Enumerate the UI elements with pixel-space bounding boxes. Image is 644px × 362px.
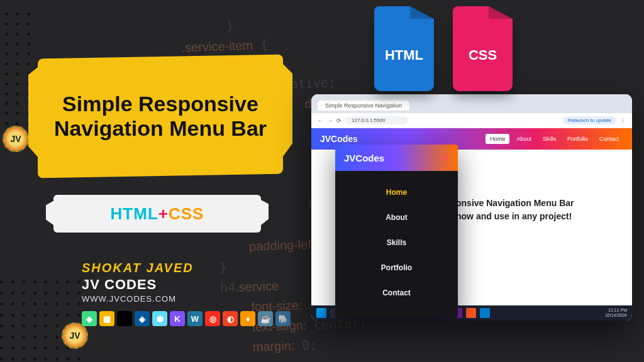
- nav-item-home[interactable]: Home: [486, 134, 509, 144]
- white-brush-bg: HTML+CSS: [53, 195, 261, 233]
- taskbar-app-icon[interactable]: [480, 308, 490, 318]
- brand-name: JV CODES: [82, 277, 194, 293]
- file-badges: HTML CSS: [374, 19, 513, 91]
- author-name: SHOKAT JAVED: [82, 261, 194, 275]
- close-icon[interactable]: ✕: [441, 152, 449, 164]
- mobile-item-home[interactable]: Home: [335, 180, 458, 205]
- tech-label: HTML+CSS: [111, 204, 204, 224]
- mobile-item-portfolio[interactable]: Portfolio: [335, 255, 458, 280]
- mobile-menu-logo[interactable]: JVCodes: [344, 153, 384, 163]
- mobile-menu-items: Home About Skills Portfolio Contact: [335, 171, 458, 318]
- hero-text: onsive Navigation Menu Bar now and use i…: [456, 197, 574, 223]
- mobile-item-about[interactable]: About: [335, 205, 458, 230]
- nav-item-contact[interactable]: Contact: [595, 134, 623, 144]
- back-icon[interactable]: ←: [318, 118, 323, 124]
- css-file-icon: CSS: [453, 19, 513, 91]
- main-title: Simple Responsive Navigation Menu Bar: [38, 57, 283, 176]
- credits-block: SHOKAT JAVED JV CODES WWW.JVCODES.COM: [82, 261, 194, 304]
- jv-logo-badge: JV: [62, 322, 88, 349]
- jv-logo-badge: JV: [3, 126, 29, 152]
- tech-icon: ☕: [258, 311, 273, 326]
- tech-icon: ◐: [223, 311, 238, 326]
- forward-icon[interactable]: →: [327, 118, 333, 124]
- browser-tab-bar[interactable]: Simple Responsive Navigation: [311, 94, 632, 113]
- title-block: Simple Responsive Navigation Menu Bar: [38, 57, 283, 176]
- tech-icon: W: [187, 311, 203, 326]
- decorative-dots-left: [0, 13, 31, 126]
- tech-icons-row: ◆▦◈⬢KW◎◐♦☕🐘: [82, 311, 291, 326]
- start-button[interactable]: [316, 308, 326, 318]
- update-button[interactable]: Relaunch to update: [563, 116, 616, 124]
- mobile-menu-panel: JVCodes ✕ Home About Skills Portfolio Co…: [335, 145, 458, 318]
- tech-icon: ♦: [240, 311, 255, 326]
- tech-icon: 🐘: [275, 311, 291, 326]
- html-file-icon: HTML: [374, 19, 434, 91]
- menu-icon[interactable]: ⋮: [620, 118, 626, 124]
- browser-address-bar[interactable]: ← → ⟳ 127.0.0.1:5500 Relaunch to update …: [311, 113, 632, 128]
- tech-icon: ▦: [99, 311, 114, 326]
- tech-icon: ⬢: [152, 311, 167, 326]
- tech-icon: ◆: [82, 311, 97, 326]
- tech-icon: ◎: [205, 311, 220, 326]
- nav-item-about[interactable]: About: [512, 134, 536, 144]
- mobile-item-contact[interactable]: Contact: [335, 280, 458, 305]
- tech-icon: K: [170, 311, 185, 326]
- page-content: onsive Navigation Menu Bar now and use i…: [311, 150, 632, 319]
- nav-item-portfolio[interactable]: Portfolio: [563, 134, 592, 144]
- website-url: WWW.JVCODES.COM: [82, 294, 194, 304]
- url-input[interactable]: 127.0.0.1:5500: [345, 116, 408, 124]
- taskbar-clock[interactable]: 11:11 PM 10/14/2024: [605, 308, 627, 317]
- mobile-menu-header: JVCodes ✕: [335, 145, 458, 171]
- mobile-item-skills[interactable]: Skills: [335, 230, 458, 255]
- decorative-dots-bottom: [0, 280, 82, 362]
- nav-item-skills[interactable]: Skills: [538, 134, 560, 144]
- reload-icon[interactable]: ⟳: [336, 118, 341, 124]
- tech-icon: [117, 311, 132, 326]
- browser-window: Simple Responsive Navigation ← → ⟳ 127.0…: [311, 94, 632, 321]
- taskbar-app-icon[interactable]: [466, 308, 476, 318]
- nav-logo[interactable]: JVCodes: [320, 134, 358, 144]
- tech-icon: ◈: [135, 311, 150, 326]
- nav-items: Home About Skills Portfolio Contact: [486, 134, 623, 144]
- browser-tab[interactable]: Simple Responsive Navigation: [318, 101, 409, 111]
